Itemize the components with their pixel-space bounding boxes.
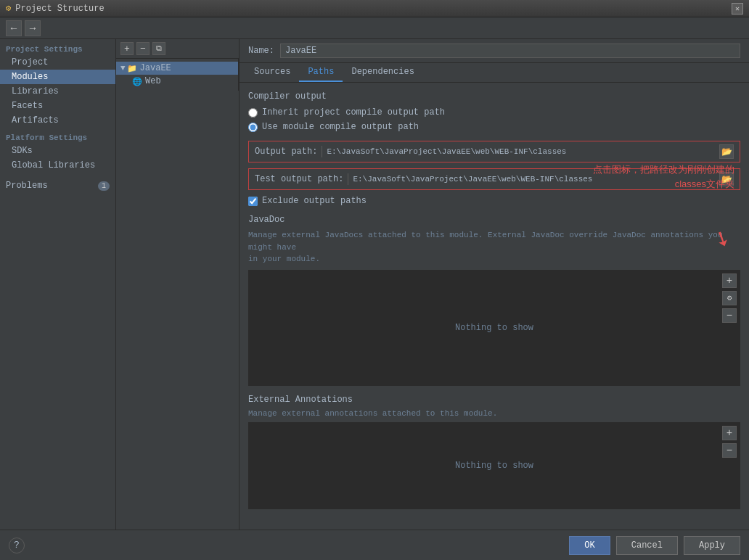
tab-content-paths: 点击图标，把路径改为刚刚创建的classes文件夹 ➘ Compiler out… [240,83,749,530]
javadoc-panel: + ⚙ − Nothing to show [248,270,740,386]
ext-annotations-panel-actions: + − [722,426,737,458]
tab-paths[interactable]: Paths [299,63,343,82]
module-tree-item-javaee[interactable]: ▼ 📁 JavaEE [116,62,238,75]
apply-button[interactable]: Apply [684,536,740,555]
sidebar-item-artifacts[interactable]: Artifacts [0,113,115,128]
main-container: ← → Project Settings Project Modules Lib… [0,17,749,560]
name-label: Name: [248,46,274,56]
test-output-path-input[interactable] [348,173,715,185]
sidebar: Project Settings Project Modules Librari… [0,39,116,530]
title-bar: ⚙ Project Structure ✕ [0,0,749,17]
exclude-checkbox[interactable] [248,197,258,206]
forward-button[interactable]: → [25,20,41,36]
cancel-button[interactable]: Cancel [616,536,678,555]
ok-button[interactable]: OK [569,536,610,555]
toolbar: ← → [0,17,749,39]
ext-annotations-title: External Annotations [248,395,740,405]
sidebar-item-project[interactable]: Project [0,55,115,70]
use-module-radio[interactable] [248,123,258,132]
sidebar-item-sdks[interactable]: SDKs [0,144,115,158]
content-area: Project Settings Project Modules Librari… [0,39,749,530]
javadoc-title: JavaDoc [248,215,740,225]
sidebar-item-facets[interactable]: Facets [0,99,115,113]
project-settings-label: Project Settings [0,39,115,55]
inherit-radio-row: Inherit project compile output path [248,107,740,118]
use-module-radio-row: Use module compile output path [248,122,740,132]
module-tree: ▼ 📁 JavaEE 🌐 Web [116,59,239,91]
javadoc-desc: Manage external JavaDocs attached to thi… [248,229,740,265]
compiler-output-radio-group: Inherit project compile output path Use … [248,107,740,132]
name-input[interactable] [280,44,740,58]
module-web-icon: 🌐 [132,77,142,86]
help-button[interactable]: ? [9,538,25,553]
javadoc-edit-button[interactable]: ⚙ [722,291,737,305]
javadoc-add-button[interactable]: + [722,273,737,288]
module-web-label: Web [145,76,161,86]
bottom-bar: ? OK Cancel Apply [0,530,749,560]
javadoc-empty-label: Nothing to show [455,323,533,333]
javadoc-remove-button[interactable]: − [722,308,737,323]
output-path-input[interactable] [322,146,715,157]
exclude-checkbox-label: Exclude output paths [262,196,367,206]
inherit-radio[interactable] [248,108,258,118]
sidebar-item-modules[interactable]: Modules [0,70,115,84]
tabs: Sources Paths Dependencies [240,63,749,83]
tab-sources[interactable]: Sources [245,63,299,82]
tab-dependencies[interactable]: Dependencies [343,63,422,82]
module-javaee-label: JavaEE [140,63,171,73]
problems-label: Problems [6,181,48,191]
test-output-path-folder-button[interactable]: 📂 [719,172,734,186]
module-remove-button[interactable]: − [136,42,150,55]
test-output-path-label: Test output path: [255,174,343,184]
back-button[interactable]: ← [6,20,22,36]
module-javaee-icon: 📁 [127,64,137,73]
output-path-row: Output path: 📂 [248,141,740,162]
output-path-folder-button[interactable]: 📂 [719,144,734,159]
tree-and-detail: + − ⧉ ▼ 📁 JavaEE 🌐 Web [116,39,749,530]
module-tree-item-web[interactable]: 🌐 Web [116,75,238,88]
exclude-checkbox-row: Exclude output paths [248,196,740,206]
platform-settings-label: Platform Settings [0,128,115,144]
ext-annotations-desc: Manage external annotations attached to … [248,409,740,418]
sidebar-item-problems[interactable]: Problems 1 [0,178,115,193]
use-module-radio-label: Use module compile output path [262,122,419,132]
javadoc-panel-actions: + ⚙ − [722,273,737,323]
detail-area: Name: Sources Paths Dependencies 点击图标，把路… [240,39,749,530]
compiler-output-title: Compiler output [248,91,740,102]
ext-annotations-empty-label: Nothing to show [455,461,533,471]
sidebar-item-libraries[interactable]: Libraries [0,84,115,99]
module-copy-button[interactable]: ⧉ [152,42,165,55]
output-path-label: Output path: [255,147,317,157]
close-button[interactable]: ✕ [732,3,743,15]
window-icon: ⚙ [6,3,11,14]
module-add-button[interactable]: + [120,42,134,55]
javadoc-section: JavaDoc Manage external JavaDocs attache… [248,215,740,386]
window-title: Project Structure [15,4,104,14]
ext-annotations-remove-button[interactable]: − [722,443,737,458]
ext-annotations-section: External Annotations Manage external ann… [248,395,740,509]
ext-annotations-panel: + − Nothing to show [248,422,740,509]
ext-annotations-add-button[interactable]: + [722,426,737,440]
inherit-radio-label: Inherit project compile output path [262,107,445,118]
sidebar-item-global-libraries[interactable]: Global Libraries [0,158,115,173]
name-row: Name: [240,39,749,63]
test-output-path-row: Test output path: 📂 [248,168,740,190]
problems-badge: 1 [98,181,110,191]
